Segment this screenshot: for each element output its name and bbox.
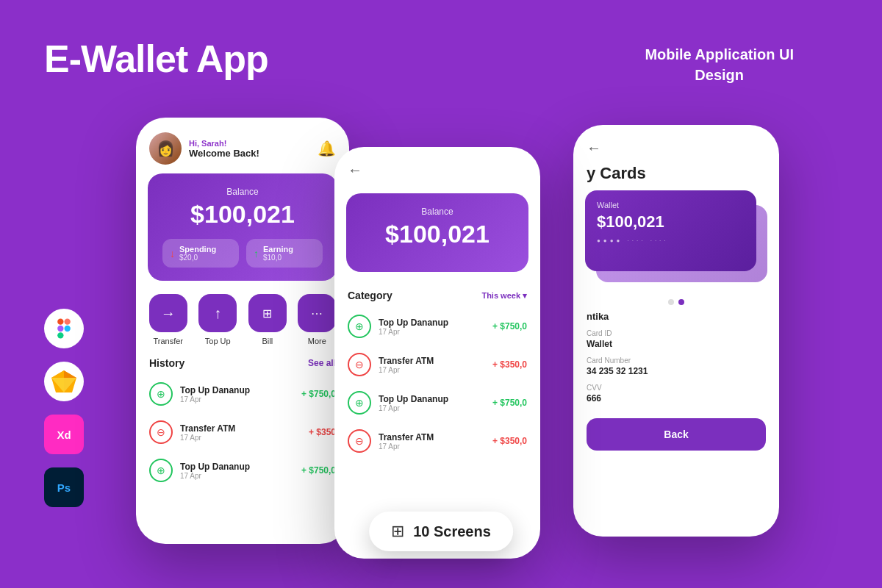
hist-name-3: Top Up Dananup bbox=[180, 462, 294, 472]
phone-3: ← y Cards Wallet $100,021 ●●●● ···· ····… bbox=[573, 125, 779, 537]
earning-value: $10,0 bbox=[263, 254, 293, 262]
phone-1: 👩 Hi, Sarah! Welcome Back! 🔔 Balance $10… bbox=[136, 118, 349, 544]
spending-arrow-icon: ↓ bbox=[170, 248, 175, 259]
card-number-label: Card Number bbox=[587, 356, 766, 365]
phone1-header: 👩 Hi, Sarah! Welcome Back! 🔔 bbox=[136, 118, 349, 173]
p2-hist-name-2: Transfer ATM bbox=[379, 356, 485, 366]
hist-amount-2: + $350 bbox=[309, 427, 336, 437]
cvv-value: 666 bbox=[587, 393, 766, 404]
history-item-2: ⊖ Transfer ATM 17 Apr + $350 bbox=[136, 413, 349, 451]
spending-label: Spending bbox=[179, 245, 216, 254]
phone2-transaction-4: ⊖ Transfer ATM 17 Apr + $350,0 bbox=[334, 422, 540, 460]
card-stack: Wallet $100,021 ●●●● ···· ···· bbox=[585, 190, 767, 293]
p2-hist-date-4: 17 Apr bbox=[379, 442, 485, 451]
balance-label: Balance bbox=[162, 187, 323, 197]
phone2-transaction-2: ⊖ Transfer ATM 17 Apr + $350,0 bbox=[334, 345, 540, 384]
phone2-transaction-3: ⊕ Top Up Dananup 17 Apr + $750,0 bbox=[334, 384, 540, 422]
phone2-balance-card: Balance $100,021 bbox=[346, 193, 528, 272]
svg-rect-1 bbox=[64, 318, 70, 324]
history-title: History bbox=[149, 357, 184, 369]
balance-card: Balance $100,021 ↓ Spending $20,0 ↑ Earn… bbox=[148, 173, 337, 281]
card-amount: $100,021 bbox=[597, 212, 745, 232]
p2-hist-date-2: 17 Apr bbox=[379, 366, 485, 374]
phone2-transaction-1: ⊕ Top Up Dananup 17 Apr + $750,0 bbox=[334, 307, 540, 345]
p2-hist-name-1: Top Up Dananup bbox=[379, 318, 485, 328]
bill-action[interactable]: ⊞ Bill bbox=[248, 294, 287, 345]
phone2-category-title: Category bbox=[348, 290, 392, 301]
phone2-back-icon[interactable]: ← bbox=[348, 162, 362, 178]
p2-hist-amount-2: + $350,0 bbox=[492, 359, 527, 370]
earning-arrow-icon: ↑ bbox=[254, 248, 259, 259]
card-dots: ●●●● ···· ···· bbox=[597, 237, 745, 244]
svg-point-4 bbox=[64, 326, 70, 331]
svg-rect-0 bbox=[57, 318, 63, 324]
phone2-balance-label: Balance bbox=[361, 207, 514, 217]
hist-amount-1: + $750,0 bbox=[301, 389, 336, 399]
spending-stat: ↓ Spending $20,0 bbox=[162, 239, 239, 268]
screens-badge: ⊞ 10 Screens bbox=[369, 512, 513, 551]
phone2-week-filter[interactable]: This week ▾ bbox=[481, 291, 527, 301]
actions-row: → Transfer ↑ Top Up ⊞ Bill ⋯ More bbox=[136, 281, 349, 351]
hist-name-1: Top Up Dananup bbox=[180, 385, 294, 395]
greeting-sub: Hi, Sarah! bbox=[189, 139, 318, 148]
hist-down-icon-2: ⊖ bbox=[149, 420, 173, 444]
more-label: More bbox=[308, 337, 326, 345]
phone3-header: ← bbox=[573, 125, 779, 164]
phone-2: ← Balance $100,021 Category This week ▾ … bbox=[334, 147, 540, 559]
card-wallet-label: Wallet bbox=[597, 201, 745, 209]
hist-up-icon-3: ⊕ bbox=[149, 459, 173, 482]
p2-hist-name-4: Transfer ATM bbox=[379, 432, 485, 442]
hist-date-2: 17 Apr bbox=[180, 434, 301, 442]
phone3-back-icon[interactable]: ← bbox=[587, 140, 601, 156]
card-indicator bbox=[585, 299, 767, 305]
p2-hist-date-1: 17 Apr bbox=[379, 328, 485, 336]
bill-label: Bill bbox=[262, 337, 273, 345]
card-number-value: 34 235 32 1231 bbox=[587, 366, 766, 376]
see-all-link[interactable]: See all bbox=[308, 358, 336, 368]
svg-rect-2 bbox=[57, 326, 63, 331]
phone2-category-header: Category This week ▾ bbox=[334, 279, 540, 307]
hist-date-3: 17 Apr bbox=[180, 472, 294, 480]
p2-hist-down-4: ⊖ bbox=[348, 429, 371, 453]
figma-icon bbox=[44, 309, 84, 348]
ps-icon: Ps bbox=[44, 467, 84, 507]
cvv-label: CVV bbox=[587, 384, 766, 392]
page-title: E-Wallet App bbox=[44, 37, 268, 81]
hist-amount-3: + $750,0 bbox=[301, 465, 336, 476]
card-holder-name: ntika bbox=[587, 311, 766, 322]
hist-up-icon-1: ⊕ bbox=[149, 382, 173, 406]
avatar: 👩 bbox=[149, 132, 182, 165]
xd-icon: Xd bbox=[44, 415, 84, 454]
dot-1 bbox=[668, 299, 674, 305]
screens-text: 10 Screens bbox=[413, 523, 491, 540]
hist-date-1: 17 Apr bbox=[180, 395, 294, 404]
card-info: ntika Card ID Wallet Card Number 34 235 … bbox=[573, 311, 779, 404]
history-item-3: ⊕ Top Up Dananup 17 Apr + $750,0 bbox=[136, 451, 349, 490]
topup-label: Top Up bbox=[205, 337, 231, 345]
screens-grid-icon: ⊞ bbox=[391, 522, 404, 541]
earning-label: Earning bbox=[263, 245, 293, 254]
card-id-value: Wallet bbox=[587, 339, 612, 349]
tool-icons-container: Xd Ps bbox=[44, 309, 84, 507]
page-subtitle: Mobile Application UI Design bbox=[645, 44, 794, 85]
p2-hist-date-3: 17 Apr bbox=[379, 404, 485, 412]
sketch-icon bbox=[44, 362, 84, 401]
greeting: Hi, Sarah! Welcome Back! bbox=[189, 139, 318, 159]
p2-hist-up-3: ⊕ bbox=[348, 391, 371, 415]
transfer-action[interactable]: → Transfer bbox=[149, 294, 187, 345]
more-action[interactable]: ⋯ More bbox=[298, 294, 336, 345]
history-header: History See all bbox=[136, 351, 349, 375]
card-id-label: Card ID bbox=[587, 329, 612, 337]
spending-value: $20,0 bbox=[179, 254, 216, 262]
phone2-balance-amount: $100,021 bbox=[361, 220, 514, 248]
history-item-1: ⊕ Top Up Dananup 17 Apr + $750,0 bbox=[136, 375, 349, 413]
p2-hist-amount-1: + $750,0 bbox=[492, 321, 527, 331]
p2-hist-up-1: ⊕ bbox=[348, 315, 371, 338]
back-button[interactable]: Back bbox=[587, 418, 766, 451]
dot-2 bbox=[678, 299, 684, 305]
topup-action[interactable]: ↑ Top Up bbox=[198, 294, 237, 345]
earning-stat: ↑ Earning $10,0 bbox=[246, 239, 323, 268]
greeting-main: Welcome Back! bbox=[189, 148, 318, 159]
balance-amount: $100,021 bbox=[162, 200, 323, 229]
bell-icon[interactable]: 🔔 bbox=[318, 140, 336, 157]
